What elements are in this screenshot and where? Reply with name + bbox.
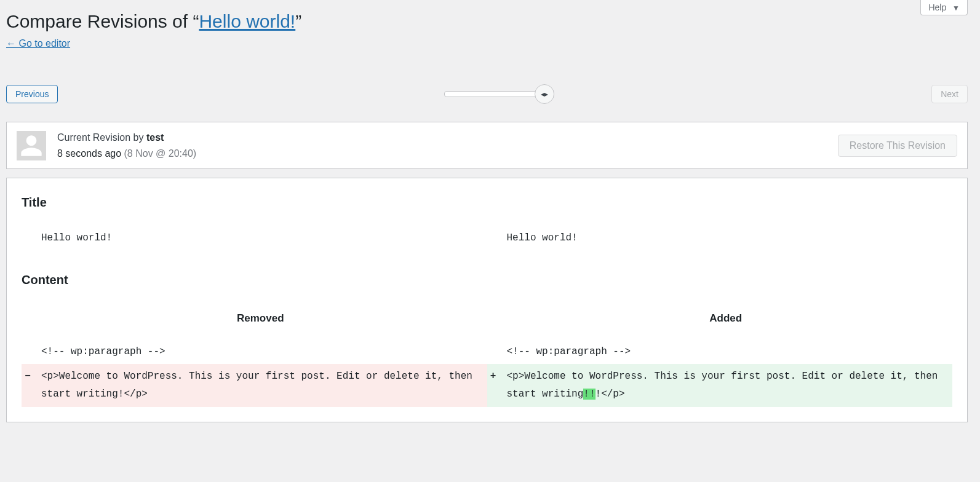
diff-box: Title Hello world! Hello world! Content … xyxy=(6,178,968,422)
revision-time-ago: 8 seconds ago xyxy=(57,148,121,159)
post-title-link[interactable]: Hello world! xyxy=(199,11,295,31)
person-icon xyxy=(19,133,44,158)
restore-revision-button: Restore This Revision xyxy=(838,135,957,157)
removed-col-header: Removed xyxy=(34,303,487,339)
added-col-header: Added xyxy=(500,303,953,339)
slider-track: ◂▸ xyxy=(444,91,545,97)
diff-title-heading: Title xyxy=(22,196,952,210)
removed-line: <p>Welcome to WordPress. This is your fi… xyxy=(34,364,487,407)
page-title: Compare Revisions of “Hello world!” xyxy=(6,11,968,32)
diff-row: − <p>Welcome to WordPress. This is your … xyxy=(22,364,952,407)
title-left: Hello world! xyxy=(34,226,487,251)
added-line: <p>Welcome to WordPress. This is your fi… xyxy=(500,364,953,407)
content-diff-table: Removed Added <!-- wp:paragraph --> <!--… xyxy=(22,303,952,407)
title-right: Hello world! xyxy=(500,226,953,251)
title-prefix: Compare Revisions of “ xyxy=(6,11,199,31)
slider-handle-icon: ◂▸ xyxy=(541,90,548,98)
go-to-editor-link[interactable]: ← Go to editor xyxy=(6,38,70,49)
help-label: Help xyxy=(928,2,946,12)
plus-marker: + xyxy=(487,364,500,407)
revision-meta-box: Current Revision by test 8 seconds ago (… xyxy=(6,122,968,169)
title-diff-row: Hello world! Hello world! xyxy=(22,226,952,251)
help-tab[interactable]: Help ▼ xyxy=(920,0,968,15)
context-left: <!-- wp:paragraph --> xyxy=(34,339,487,365)
revision-meta-text: Current Revision by test 8 seconds ago (… xyxy=(57,130,838,161)
added-ins: !! xyxy=(583,389,595,400)
revision-author: test xyxy=(146,132,164,143)
added-prefix: <p>Welcome to WordPress. This is your fi… xyxy=(507,371,938,400)
context-right: <!-- wp:paragraph --> xyxy=(500,339,953,365)
added-suffix: !</p> xyxy=(596,389,625,400)
title-diff-table: Hello world! Hello world! xyxy=(22,226,952,251)
previous-button[interactable]: Previous xyxy=(6,85,58,103)
minus-marker: − xyxy=(22,364,34,407)
avatar xyxy=(17,131,46,160)
diff-content-heading: Content xyxy=(22,273,952,287)
next-button: Next xyxy=(931,85,968,103)
revision-time-abs: (8 Nov @ 20:40) xyxy=(124,148,197,159)
revision-slider[interactable]: ◂▸ xyxy=(58,91,931,97)
chevron-down-icon: ▼ xyxy=(952,4,960,12)
by-label: Current Revision by xyxy=(57,132,146,143)
title-suffix: ” xyxy=(295,11,301,31)
context-row: <!-- wp:paragraph --> <!-- wp:paragraph … xyxy=(22,339,952,365)
slider-handle[interactable]: ◂▸ xyxy=(535,84,554,104)
